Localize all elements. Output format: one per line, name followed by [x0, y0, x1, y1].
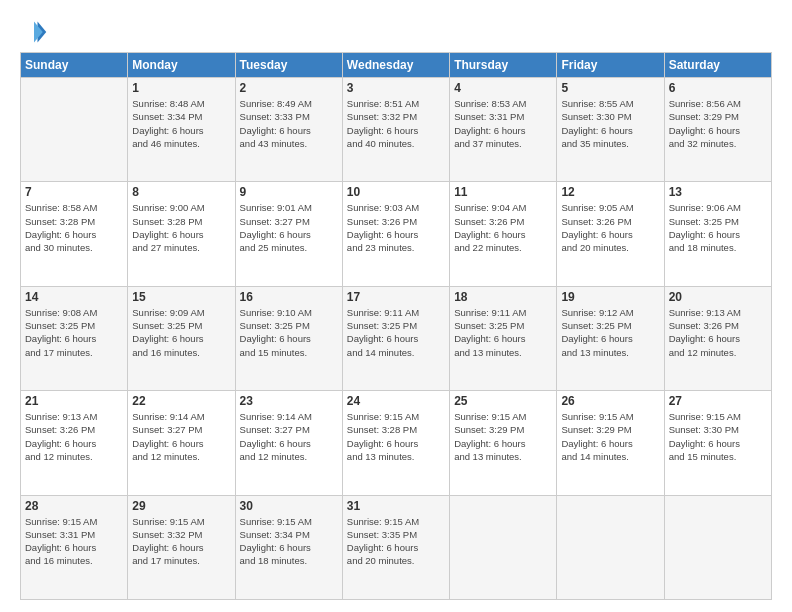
day-cell: 4Sunrise: 8:53 AMSunset: 3:31 PMDaylight…: [450, 78, 557, 182]
day-number: 2: [240, 81, 338, 95]
day-cell: 17Sunrise: 9:11 AMSunset: 3:25 PMDayligh…: [342, 286, 449, 390]
day-number: 21: [25, 394, 123, 408]
day-info: Sunrise: 8:56 AMSunset: 3:29 PMDaylight:…: [669, 97, 767, 150]
col-header-wednesday: Wednesday: [342, 53, 449, 78]
day-info: Sunrise: 8:55 AMSunset: 3:30 PMDaylight:…: [561, 97, 659, 150]
col-header-monday: Monday: [128, 53, 235, 78]
day-cell: 10Sunrise: 9:03 AMSunset: 3:26 PMDayligh…: [342, 182, 449, 286]
day-cell: [664, 495, 771, 599]
day-info: Sunrise: 9:12 AMSunset: 3:25 PMDaylight:…: [561, 306, 659, 359]
day-number: 28: [25, 499, 123, 513]
day-number: 22: [132, 394, 230, 408]
day-cell: [450, 495, 557, 599]
day-number: 5: [561, 81, 659, 95]
week-row-4: 21Sunrise: 9:13 AMSunset: 3:26 PMDayligh…: [21, 391, 772, 495]
calendar-table: SundayMondayTuesdayWednesdayThursdayFrid…: [20, 52, 772, 600]
day-number: 19: [561, 290, 659, 304]
day-info: Sunrise: 9:14 AMSunset: 3:27 PMDaylight:…: [240, 410, 338, 463]
day-cell: 18Sunrise: 9:11 AMSunset: 3:25 PMDayligh…: [450, 286, 557, 390]
day-info: Sunrise: 9:13 AMSunset: 3:26 PMDaylight:…: [669, 306, 767, 359]
day-cell: 28Sunrise: 9:15 AMSunset: 3:31 PMDayligh…: [21, 495, 128, 599]
week-row-3: 14Sunrise: 9:08 AMSunset: 3:25 PMDayligh…: [21, 286, 772, 390]
day-info: Sunrise: 9:14 AMSunset: 3:27 PMDaylight:…: [132, 410, 230, 463]
day-cell: 27Sunrise: 9:15 AMSunset: 3:30 PMDayligh…: [664, 391, 771, 495]
day-cell: 31Sunrise: 9:15 AMSunset: 3:35 PMDayligh…: [342, 495, 449, 599]
calendar-header-row: SundayMondayTuesdayWednesdayThursdayFrid…: [21, 53, 772, 78]
day-number: 16: [240, 290, 338, 304]
day-number: 24: [347, 394, 445, 408]
logo-icon: [20, 18, 48, 46]
day-cell: [557, 495, 664, 599]
day-info: Sunrise: 9:06 AMSunset: 3:25 PMDaylight:…: [669, 201, 767, 254]
day-cell: 22Sunrise: 9:14 AMSunset: 3:27 PMDayligh…: [128, 391, 235, 495]
day-cell: [21, 78, 128, 182]
day-number: 14: [25, 290, 123, 304]
day-info: Sunrise: 9:11 AMSunset: 3:25 PMDaylight:…: [454, 306, 552, 359]
day-cell: 6Sunrise: 8:56 AMSunset: 3:29 PMDaylight…: [664, 78, 771, 182]
col-header-friday: Friday: [557, 53, 664, 78]
col-header-tuesday: Tuesday: [235, 53, 342, 78]
day-info: Sunrise: 8:53 AMSunset: 3:31 PMDaylight:…: [454, 97, 552, 150]
day-cell: 3Sunrise: 8:51 AMSunset: 3:32 PMDaylight…: [342, 78, 449, 182]
day-cell: 2Sunrise: 8:49 AMSunset: 3:33 PMDaylight…: [235, 78, 342, 182]
col-header-saturday: Saturday: [664, 53, 771, 78]
day-number: 3: [347, 81, 445, 95]
day-number: 10: [347, 185, 445, 199]
day-info: Sunrise: 9:08 AMSunset: 3:25 PMDaylight:…: [25, 306, 123, 359]
day-info: Sunrise: 9:04 AMSunset: 3:26 PMDaylight:…: [454, 201, 552, 254]
col-header-sunday: Sunday: [21, 53, 128, 78]
day-info: Sunrise: 9:15 AMSunset: 3:29 PMDaylight:…: [561, 410, 659, 463]
day-cell: 24Sunrise: 9:15 AMSunset: 3:28 PMDayligh…: [342, 391, 449, 495]
col-header-thursday: Thursday: [450, 53, 557, 78]
day-cell: 7Sunrise: 8:58 AMSunset: 3:28 PMDaylight…: [21, 182, 128, 286]
day-cell: 13Sunrise: 9:06 AMSunset: 3:25 PMDayligh…: [664, 182, 771, 286]
day-number: 29: [132, 499, 230, 513]
day-info: Sunrise: 9:15 AMSunset: 3:34 PMDaylight:…: [240, 515, 338, 568]
week-row-1: 1Sunrise: 8:48 AMSunset: 3:34 PMDaylight…: [21, 78, 772, 182]
day-info: Sunrise: 9:15 AMSunset: 3:31 PMDaylight:…: [25, 515, 123, 568]
day-cell: 19Sunrise: 9:12 AMSunset: 3:25 PMDayligh…: [557, 286, 664, 390]
day-info: Sunrise: 9:13 AMSunset: 3:26 PMDaylight:…: [25, 410, 123, 463]
day-cell: 16Sunrise: 9:10 AMSunset: 3:25 PMDayligh…: [235, 286, 342, 390]
day-number: 8: [132, 185, 230, 199]
day-info: Sunrise: 8:51 AMSunset: 3:32 PMDaylight:…: [347, 97, 445, 150]
day-number: 4: [454, 81, 552, 95]
day-cell: 23Sunrise: 9:14 AMSunset: 3:27 PMDayligh…: [235, 391, 342, 495]
day-info: Sunrise: 9:00 AMSunset: 3:28 PMDaylight:…: [132, 201, 230, 254]
day-cell: 1Sunrise: 8:48 AMSunset: 3:34 PMDaylight…: [128, 78, 235, 182]
day-info: Sunrise: 9:15 AMSunset: 3:30 PMDaylight:…: [669, 410, 767, 463]
day-number: 23: [240, 394, 338, 408]
day-info: Sunrise: 9:11 AMSunset: 3:25 PMDaylight:…: [347, 306, 445, 359]
day-number: 13: [669, 185, 767, 199]
day-cell: 21Sunrise: 9:13 AMSunset: 3:26 PMDayligh…: [21, 391, 128, 495]
header: [20, 18, 772, 46]
day-cell: 29Sunrise: 9:15 AMSunset: 3:32 PMDayligh…: [128, 495, 235, 599]
day-number: 18: [454, 290, 552, 304]
day-cell: 12Sunrise: 9:05 AMSunset: 3:26 PMDayligh…: [557, 182, 664, 286]
day-info: Sunrise: 9:15 AMSunset: 3:28 PMDaylight:…: [347, 410, 445, 463]
day-number: 30: [240, 499, 338, 513]
day-info: Sunrise: 9:05 AMSunset: 3:26 PMDaylight:…: [561, 201, 659, 254]
day-cell: 9Sunrise: 9:01 AMSunset: 3:27 PMDaylight…: [235, 182, 342, 286]
day-number: 9: [240, 185, 338, 199]
day-number: 20: [669, 290, 767, 304]
day-cell: 15Sunrise: 9:09 AMSunset: 3:25 PMDayligh…: [128, 286, 235, 390]
day-number: 11: [454, 185, 552, 199]
day-number: 17: [347, 290, 445, 304]
day-number: 1: [132, 81, 230, 95]
day-number: 15: [132, 290, 230, 304]
day-info: Sunrise: 9:15 AMSunset: 3:35 PMDaylight:…: [347, 515, 445, 568]
day-number: 12: [561, 185, 659, 199]
day-cell: 14Sunrise: 9:08 AMSunset: 3:25 PMDayligh…: [21, 286, 128, 390]
day-cell: 30Sunrise: 9:15 AMSunset: 3:34 PMDayligh…: [235, 495, 342, 599]
day-number: 6: [669, 81, 767, 95]
day-info: Sunrise: 9:10 AMSunset: 3:25 PMDaylight:…: [240, 306, 338, 359]
day-info: Sunrise: 8:49 AMSunset: 3:33 PMDaylight:…: [240, 97, 338, 150]
day-cell: 5Sunrise: 8:55 AMSunset: 3:30 PMDaylight…: [557, 78, 664, 182]
day-info: Sunrise: 8:58 AMSunset: 3:28 PMDaylight:…: [25, 201, 123, 254]
logo: [20, 18, 52, 46]
day-info: Sunrise: 9:09 AMSunset: 3:25 PMDaylight:…: [132, 306, 230, 359]
day-info: Sunrise: 9:15 AMSunset: 3:29 PMDaylight:…: [454, 410, 552, 463]
day-number: 25: [454, 394, 552, 408]
day-info: Sunrise: 9:01 AMSunset: 3:27 PMDaylight:…: [240, 201, 338, 254]
